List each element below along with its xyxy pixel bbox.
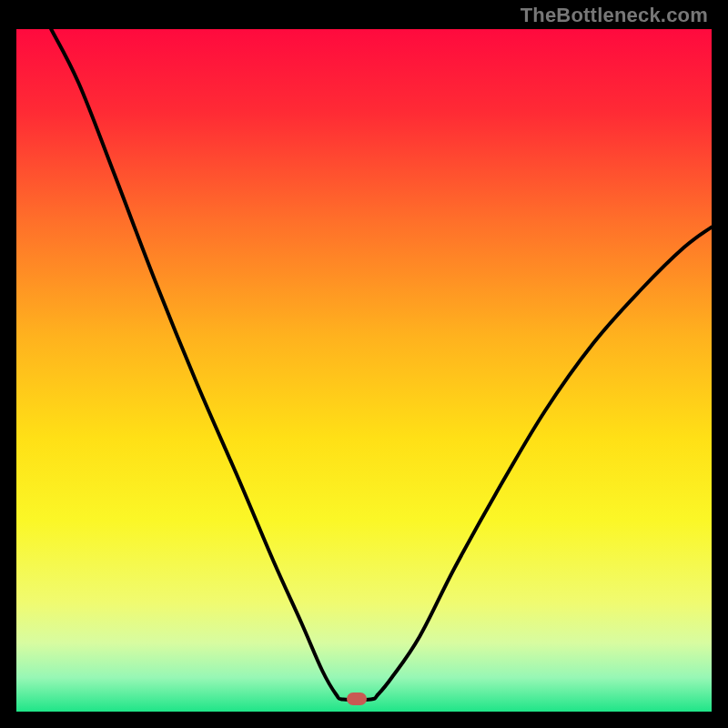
curve-path xyxy=(51,29,712,700)
watermark-text: TheBottleneck.com xyxy=(521,4,708,27)
bottleneck-curve-plot xyxy=(16,29,712,712)
chart-stage: TheBottleneck.com xyxy=(0,0,728,728)
optimum-marker xyxy=(347,693,367,705)
